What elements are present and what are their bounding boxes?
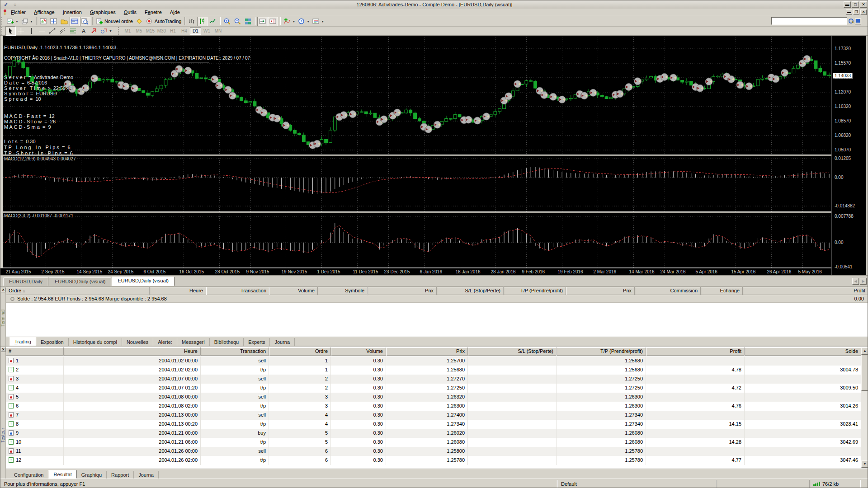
terminal-tab-messageri[interactable]: Messageri [177,338,210,346]
tester-column-t-p-prendre-profit-[interactable]: T/P (Prendre/profit) [557,347,646,356]
tester-close-icon[interactable]: ✕ [1,347,5,352]
trendline-button[interactable] [47,26,57,36]
menu-outils[interactable]: Outils [120,9,141,15]
terminal-tab-trading[interactable]: Trading [9,337,36,346]
tester-row[interactable]: 102004.01.21 06:00t/p50.301.260801.26080… [6,438,861,447]
chart-tab[interactable]: EURUSD,Daily (visual) [112,277,174,286]
minimize-button[interactable]: ▬ [844,1,851,8]
tester-row[interactable]: 52004.01.08 00:00sell30.301.263201.26300 [6,393,861,402]
market-watch-button[interactable] [38,17,49,26]
chart-tab[interactable]: EURUSD,Daily (visual) [49,277,111,286]
tester-row[interactable]: 82004.01.13 00:20t/p40.301.273401.273401… [6,420,861,429]
vertical-line-button[interactable] [26,26,37,36]
navigator-button[interactable] [59,17,70,26]
mdi-close-button[interactable]: ✕ [860,9,867,15]
chart-tabs-scroll-right-icon[interactable]: ▶ [860,278,867,285]
terminal-column-s-l-stop-perte-[interactable]: S/L (Stop/Perte) [437,287,504,295]
new-chart-button[interactable]: ▼ [5,17,20,26]
scroll-down-icon[interactable]: ▼ [861,460,868,468]
tester-tab-configuration[interactable]: Configuration [9,471,48,479]
timeframe-m30-button[interactable]: M30 [156,27,167,35]
terminal-column-commission[interactable]: Commission [635,287,701,295]
tester-tab-resultat[interactable]: Resultat [48,470,76,479]
timeframe-m1-button[interactable]: M1 [122,27,133,35]
equidistant-channel-button[interactable] [57,26,68,36]
menu-affichage[interactable]: Affichage [30,9,59,15]
new-order-button[interactable]: Nouvel ordre [94,17,134,26]
tester-column-transaction[interactable]: Transaction [201,347,269,356]
auto-scroll-button[interactable] [257,17,268,26]
menu-insertion[interactable]: Insertion [59,9,86,15]
periods-button[interactable]: ▼ [297,17,311,26]
tester-row[interactable]: 22004.01.02 02:00t/p10.301.256801.256804… [6,366,861,375]
menu-fenetre[interactable]: Fenetre [141,9,166,15]
timeframe-m15-button[interactable]: M15 [145,27,156,35]
tester-row[interactable]: 92004.01.21 00:00buy50.301.260201.26080 [6,429,861,438]
tester-column-s-l-stop-perte-[interactable]: S/L (Stop/Perte) [468,347,557,356]
chart-shift-button[interactable] [268,17,278,26]
crosshair-button[interactable] [16,26,26,36]
maximize-button[interactable]: □ [852,1,859,8]
terminal-column-prix[interactable]: Prix [368,287,437,295]
terminal-tab-historique-du-compl[interactable]: Historique du compl [69,338,122,346]
toolbar-grip[interactable] [118,27,121,35]
toolbar-grip[interactable] [1,27,5,35]
arrow-styles-button[interactable] [89,26,99,36]
cursor-button[interactable] [5,26,16,36]
search-icon[interactable] [849,19,854,23]
timeframe-h4-button[interactable]: H4 [179,27,190,35]
chart-bars-button[interactable] [187,17,197,26]
tester-column-heure[interactable]: Heure [64,347,201,356]
terminal-tab-nouvelles[interactable]: Nouvelles [122,338,153,346]
tester-column-profit[interactable]: Profit [646,347,745,356]
chart-line-button[interactable] [208,17,218,26]
search-input[interactable] [771,17,847,25]
terminal-tab-experts[interactable]: Experts [244,338,270,346]
terminal-tab-exposition[interactable]: Exposition [36,338,69,346]
timeframe-m5-button[interactable]: M5 [133,27,145,35]
zoom-out-button[interactable] [232,17,243,26]
terminal-close-icon[interactable]: ✕ [1,288,5,292]
tester-scrollbar[interactable]: ▲ ▼ [861,347,868,468]
timeframe-w1-button[interactable]: W1 [201,27,212,35]
tester-tab-graphiqu[interactable]: Graphiqu [77,471,107,479]
text-label-button[interactable]: A [78,26,89,36]
status-profile[interactable]: Default [557,480,717,488]
timeframe-h1-button[interactable]: H1 [167,27,179,35]
tester-row[interactable]: 72004.01.13 00:00sell40.301.274001.27340 [6,411,861,420]
horizontal-line-button[interactable] [37,26,47,36]
profiles-button[interactable]: ▼ [20,17,34,26]
tile-windows-button[interactable] [243,17,253,26]
chart-tabs-scroll-left-icon[interactable]: ◀ [852,278,859,285]
terminal-column-prix[interactable]: Prix [566,287,635,295]
chart-candles-button[interactable] [197,17,208,26]
templates-button[interactable]: ▼ [311,17,326,26]
tester-column-ordre[interactable]: Ordre [269,347,331,356]
tester-row[interactable]: 62004.01.08 02:00t/p30.301.263001.263004… [6,402,861,411]
strategy-tester-button[interactable] [80,17,90,26]
scroll-up-icon[interactable]: ▲ [861,347,868,355]
chart-tab[interactable]: EURUSD,Daily [3,277,48,286]
terminal-tab-bibliothequ[interactable]: Bibliothequ [210,338,244,346]
menu-aide[interactable]: Aide [166,9,184,15]
price-scale[interactable]: 1.173201.155701.138201.120701.103201.085… [831,36,866,275]
terminal-column-symbole[interactable]: Symbole [318,287,368,295]
community-button[interactable] [855,18,861,24]
tester-row[interactable]: 12004.01.02 00:00sell10.301.257001.25680 [6,357,861,366]
terminal-button[interactable] [70,17,80,26]
terminal-column-transaction[interactable]: Transaction [206,287,269,295]
terminal-tab-alerte-[interactable]: Alerte: [153,338,177,346]
terminal-tab-journa[interactable]: Journa [270,338,295,346]
timeframe-d1-button[interactable]: D1 [190,27,201,35]
zoom-in-button[interactable] [222,17,232,26]
tester-column-num[interactable]: # [6,347,64,356]
shapes-button[interactable]: ▼ [99,26,113,36]
metaeditor-button[interactable] [134,17,145,26]
data-window-button[interactable] [49,17,59,26]
timeframe-mn-button[interactable]: MN [212,27,224,35]
date-axis[interactable]: 21 Aug 20152 Sep 201514 Sep 201524 Sep 2… [0,268,831,275]
close-button[interactable]: ✕ [860,1,867,8]
mdi-minimize-button[interactable]: ▬ [846,9,852,15]
tester-row[interactable]: 32004.01.07 00:00sell20.301.272701.27250 [6,375,861,384]
tester-column-volume[interactable]: Volume [331,347,386,356]
